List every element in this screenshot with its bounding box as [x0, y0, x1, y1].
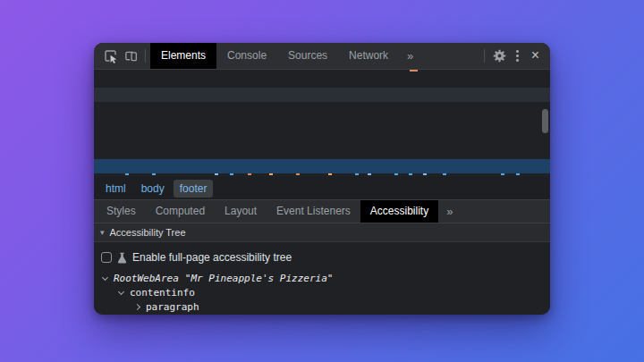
more-tabs-button[interactable]: » [399, 43, 421, 69]
devtools-window: Elements Console Sources Network » [94, 43, 550, 315]
dom-row-h3-text[interactable]: Pineapple's newsletter </h3> [94, 73, 550, 88]
a11y-node-paragraph[interactable]: paragraph [101, 299, 543, 314]
main-tab-bar: Elements Console Sources Network » [150, 43, 421, 69]
enable-full-page-a11y-checkbox[interactable] [101, 252, 112, 263]
a11y-name: "Mr Pineapple's Pizzeria" [185, 273, 334, 284]
a11y-node-rootwebarea[interactable]: RootWebArea "Mr Pineapple's Pizzeria" [101, 271, 543, 285]
sidebar-tab-bar: Styles Computed Layout Event Listeners A… [94, 200, 550, 223]
a11y-role: RootWebArea [114, 273, 179, 284]
gear-icon [493, 49, 506, 63]
clipped-row-fragment [410, 70, 418, 72]
accessibility-tree-section-header[interactable]: ▾ Accessibility Tree [94, 223, 550, 242]
a11y-node-contentinfo[interactable]: contentinfo [101, 285, 543, 299]
toolbar-divider [484, 49, 485, 63]
tab-network[interactable]: Network [338, 43, 399, 69]
dom-row-main-close[interactable]: </main> [94, 145, 550, 159]
breadcrumb-item-body[interactable]: body [135, 180, 171, 198]
dom-row-footer-selected[interactable]: …<footer></footer>== $0 [94, 159, 550, 173]
accessibility-tree: RootWebArea "Mr Pineapple's Pizzeria" co… [101, 271, 543, 314]
tab-event-listeners[interactable]: Event Listeners [267, 200, 360, 223]
settings-button[interactable] [489, 46, 509, 67]
clipped-bottom-row [94, 173, 97, 175]
breadcrumb-item-html[interactable]: html [99, 180, 132, 198]
tab-sources[interactable]: Sources [277, 43, 338, 69]
dom-tree-panel: Pineapple's newsletter </h3> <p></p> <fo… [94, 70, 550, 177]
kebab-menu-button[interactable] [509, 50, 526, 62]
tab-layout[interactable]: Layout [215, 200, 267, 223]
devtools-toolbar: Elements Console Sources Network » [94, 43, 550, 70]
inspect-element-icon [104, 49, 118, 63]
chevron-down-icon[interactable] [118, 288, 124, 294]
dom-row-p[interactable]: <p></p> [94, 88, 550, 102]
device-toolbar-icon [124, 49, 138, 63]
enable-full-page-a11y-row: Enable full-page accessibility tree [101, 248, 543, 266]
tab-accessibility[interactable]: Accessibility [360, 200, 438, 223]
more-panel-tabs-button[interactable]: » [438, 200, 461, 223]
a11y-role: paragraph [146, 301, 199, 313]
breadcrumb-item-footer[interactable]: footer [174, 180, 214, 198]
vertical-scrollbar-thumb[interactable] [542, 109, 548, 133]
accessibility-tree-panel: Enable full-page accessibility tree Root… [94, 242, 550, 315]
device-toolbar-button[interactable] [121, 46, 140, 67]
dom-row-form[interactable]: <form aria-labelledby="newsletter-subscr… [94, 102, 550, 116]
tab-computed[interactable]: Computed [146, 200, 215, 223]
chevron-right-icon[interactable] [134, 303, 140, 309]
desktop-background: Elements Console Sources Network » [0, 0, 644, 362]
dom-row-form-wrap[interactable]: ewsletter" action="/subscribe" type="pos… [94, 116, 550, 130]
tab-styles[interactable]: Styles [97, 200, 146, 223]
toolbar-right-controls: × [479, 46, 545, 67]
dom-row-div-close[interactable]: </div> [94, 130, 550, 145]
a11y-role: contentinfo [130, 287, 195, 299]
chevron-down-icon[interactable] [102, 274, 108, 280]
tab-console[interactable]: Console [216, 43, 277, 69]
enable-full-page-a11y-label: Enable full-page accessibility tree [132, 251, 292, 264]
toolbar-divider [145, 49, 146, 63]
section-title: Accessibility Tree [110, 227, 186, 238]
experiment-flask-icon [117, 252, 127, 264]
tab-elements[interactable]: Elements [150, 43, 216, 69]
section-collapse-icon[interactable]: ▾ [100, 228, 105, 237]
close-icon[interactable]: × [526, 48, 545, 64]
breadcrumb: html body footer [94, 177, 550, 200]
inspect-element-button[interactable] [101, 46, 121, 67]
